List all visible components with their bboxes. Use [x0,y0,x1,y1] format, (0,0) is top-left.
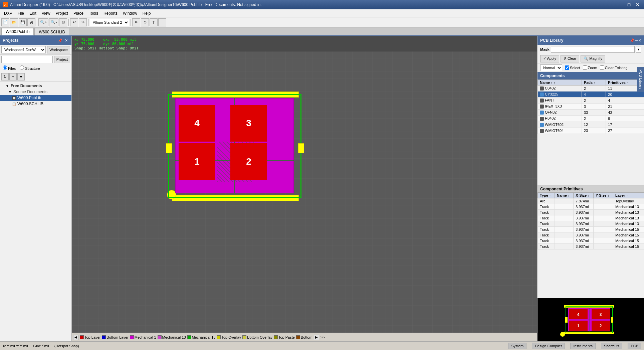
pcb-btn[interactable]: PCB [628,343,641,349]
instruments-btn[interactable]: Instruments [570,343,595,349]
zoom-checkbox-label[interactable]: Zoom [583,65,597,70]
component-row[interactable]: IPEX_3X3 3 21 [538,104,644,110]
select-checkbox[interactable] [565,65,569,70]
close-button[interactable]: ✕ [634,1,641,8]
component-row[interactable]: C0402 2 11 [538,85,644,92]
layer-toplayer[interactable]: Top Layer [80,335,100,339]
tree-free-docs[interactable]: ▼ Free Documents [0,83,71,89]
pad-2[interactable]: 2 [230,143,267,180]
right-side-tab[interactable]: PCB Library [637,67,644,92]
component-row[interactable]: WMIOT602 12 17 [538,122,644,128]
col-type[interactable]: Type ↑ [538,193,555,198]
mask-input[interactable] [551,46,635,53]
system-btn[interactable]: System [508,343,526,349]
layer-topoverlay[interactable]: Top Overlay [217,335,241,339]
undo-btn[interactable]: ↩ [70,18,78,26]
search-input[interactable] [1,56,53,63]
col-prim-name[interactable]: Name ↑ [555,193,573,198]
clear-existing-checkbox-label[interactable]: Clear Existing [600,65,628,70]
menu-file[interactable]: File [15,10,27,16]
new-btn[interactable]: 📄 [1,18,9,26]
primitive-row[interactable]: Track 3.937mil Mechanical 15 [538,227,644,232]
primitive-row[interactable]: Track 3.937mil Mechanical 15 [538,244,644,249]
col-x-size[interactable]: X-Size ↑ [574,193,594,198]
component-row[interactable]: QFN32 33 43 [538,110,644,116]
restore-button[interactable]: □ [625,1,633,8]
print-btn[interactable]: 🖨 [27,18,35,26]
clear-btn[interactable]: ✗ Clear [561,55,579,62]
col-y-size[interactable]: Y-Size ↑ [593,193,613,198]
component-row[interactable]: CY3225 4 20 [538,92,644,98]
pcb-canvas[interactable]: 4 3 1 2 [72,51,537,333]
tree-w600-pcblib[interactable]: 🔲 W600.PcbLib [0,95,71,101]
circle-btn[interactable]: ⊙ [141,18,149,26]
component-row[interactable]: WMIOT604 23 27 [538,128,644,134]
pad-3[interactable]: 3 [230,105,267,142]
component-row[interactable]: FANT 2 4 [538,98,644,104]
structure-radio[interactable] [20,65,24,70]
primitive-row[interactable]: Track 3.937mil Mechanical 13 [538,221,644,227]
menu-project[interactable]: Project [53,10,71,16]
zoom-out-btn[interactable]: 🔍- [49,18,58,26]
redo-btn[interactable]: ↪ [79,18,87,26]
add-btn[interactable]: + [9,73,17,80]
component-row[interactable]: R0402 2 9 [538,116,644,122]
menu-dxp[interactable]: DXP [1,10,15,16]
primitive-row[interactable]: Track 3.937mil Mechanical 13 [538,210,644,215]
layer-bottomlayer[interactable]: Bottom Layer [102,335,128,339]
primitive-row[interactable]: Track 3.937mil Mechanical 13 [538,215,644,221]
shortcuts-btn[interactable]: Shortcuts [601,343,622,349]
structure-radio-label[interactable]: Structure [20,65,40,70]
menu-reports[interactable]: Reports [101,10,120,16]
clear-existing-checkbox[interactable] [600,65,604,70]
primitive-row[interactable]: Track 3.937mil Mechanical 15 [538,232,644,238]
files-radio[interactable] [3,65,7,70]
layer-bottom[interactable]: Bottom [296,335,312,339]
pad-1[interactable]: 1 [179,143,215,180]
design-compiler-btn[interactable]: Design Compiler [532,343,565,349]
layer-scroll-right[interactable]: ▶ [314,335,319,340]
primitive-row[interactable]: Arc 7.874mil TopOverlay [538,198,644,204]
menu-edit[interactable]: Edit [27,10,39,16]
magnify-btn[interactable]: 🔍 Magnify [581,55,605,62]
components-table-wrapper[interactable]: Name ↑ Pads Primitives C0402 2 11 CY3225… [538,79,644,146]
more-btn[interactable]: ⋯ [158,18,166,26]
primitive-row[interactable]: Track 3.937mil Mechanical 15 [538,238,644,244]
tree-source-docs[interactable]: ▼ Source Documents [0,89,71,95]
zoom-checkbox[interactable] [583,65,587,70]
save-btn[interactable]: 💾 [19,18,27,26]
menu-view[interactable]: View [39,10,53,16]
apply-btn[interactable]: ✓ Apply [540,55,559,62]
view-style-dropdown[interactable]: Altium Standard 2 [90,19,129,26]
menu-tools[interactable]: Tools [86,10,101,16]
refresh-btn[interactable]: ↻ [1,73,9,80]
panel-minimize-btn[interactable]: ─ [635,38,638,43]
panel-pin-btn[interactable]: 📌 [57,38,63,43]
primitives-table-wrapper[interactable]: Type ↑ Name ↑ X-Size ↑ Y-Size ↑ Layer ↑ … [538,192,644,259]
primitive-row[interactable]: Track 3.937mil Mechanical 13 [538,204,644,210]
menu-window[interactable]: Window [120,10,140,16]
tree-w600-schlib[interactable]: 📋 W600.SCHLIB [0,101,71,107]
col-pads[interactable]: Pads [582,80,606,85]
panel-move-btn[interactable]: 📌 [630,38,634,43]
layer-bottomoverlay[interactable]: Bottom Overlay [242,335,272,339]
layer-mech13[interactable]: Mechanical 13 [158,335,186,339]
layer-toppaste[interactable]: Top Paste [274,335,295,339]
zoom-in-btn[interactable]: 🔍+ [38,18,48,26]
layer-mech15[interactable]: Mechanical 15 [187,335,216,339]
panel-close-right-btn[interactable]: ✕ [638,38,641,43]
menu-help[interactable]: Help [140,10,154,16]
pen-btn[interactable]: ✏ [132,18,140,26]
panel-close-btn[interactable]: ✕ [63,38,69,43]
tab-pcblib[interactable]: W600.PcbLib [1,28,34,35]
workspace-dropdown[interactable]: Workspace1.DsnW [1,46,46,53]
pad-4[interactable]: 4 [179,105,215,142]
minimize-button[interactable]: ─ [617,1,624,8]
menu-action-btn[interactable]: ▼ [17,73,25,80]
files-radio-label[interactable]: Files [3,65,16,70]
open-btn[interactable]: 📂 [10,18,18,26]
menu-place[interactable]: Place [71,10,86,16]
zoom-all-btn[interactable]: ⊡ [59,18,67,26]
normal-dropdown[interactable]: Normal [540,64,562,71]
select-checkbox-label[interactable]: Select [565,65,580,70]
